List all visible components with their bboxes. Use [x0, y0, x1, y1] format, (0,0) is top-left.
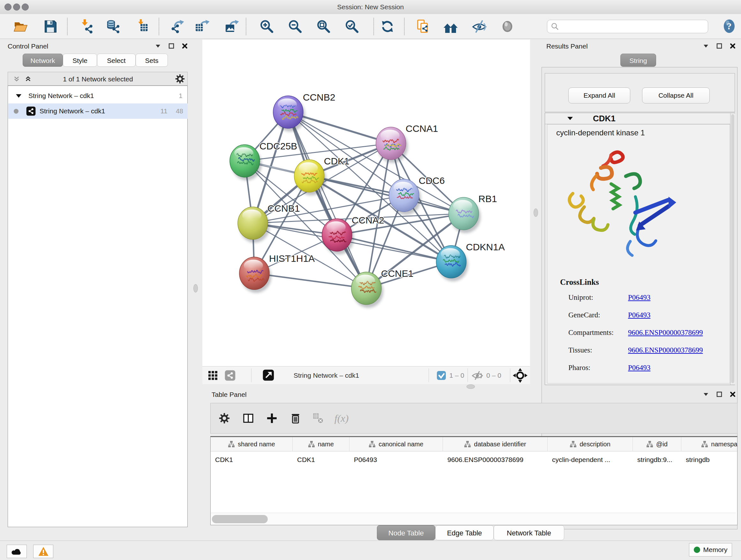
open-in-window-icon[interactable]	[263, 369, 274, 381]
network-collection-row[interactable]: String Network – cdk1 1	[8, 88, 188, 104]
crosslink-link[interactable]: P06493	[628, 364, 650, 372]
import-network-file-button[interactable]	[78, 18, 95, 35]
export-network-button[interactable]	[169, 18, 186, 35]
export-image-button[interactable]	[223, 18, 240, 35]
table-cell[interactable]: CDK1	[211, 451, 293, 468]
network-share-icon[interactable]	[225, 370, 235, 381]
memory-button[interactable]: Memory	[689, 543, 732, 557]
results-panel-header-icons	[703, 43, 736, 49]
toolbar-separator	[158, 18, 159, 35]
crosslink-link[interactable]: 9606.ENSP00000378699	[628, 346, 703, 354]
column-header-description[interactable]: description	[548, 437, 633, 451]
search-box	[547, 20, 708, 33]
show-columns-icon[interactable]	[243, 413, 254, 424]
save-session-button[interactable]	[42, 18, 59, 35]
network-canvas[interactable]: CCNB2CCNA1CDC25BCDK1CDC6RB1CCNB1CCNA2CDK…	[202, 40, 530, 366]
table-row[interactable]: CDK1CDK1P064939606.ENSP00000378699cyclin…	[211, 451, 737, 468]
disclosure-triangle-icon[interactable]	[16, 94, 21, 98]
section-disclosure-icon[interactable]	[567, 117, 573, 120]
results-scrollbar-thumb[interactable]	[731, 114, 734, 383]
column-header-namespace[interactable]: namespace	[681, 437, 738, 451]
table-cell[interactable]: 9606.ENSP00000378699	[443, 451, 548, 468]
panel-close-icon[interactable]	[730, 43, 736, 49]
crosslink-link[interactable]: 9606.ENSP00000378699	[628, 328, 703, 337]
gear-icon[interactable]	[175, 74, 185, 84]
network-row-selected[interactable]: String Network – cdk1 11 48	[8, 104, 188, 119]
hide-selected-button[interactable]	[471, 18, 488, 35]
refresh-button[interactable]	[379, 18, 396, 35]
protein-section-header[interactable]: CDK1	[545, 113, 735, 124]
table-gear-icon[interactable]	[219, 413, 230, 424]
tab-select[interactable]: Select	[97, 54, 136, 67]
table-cell[interactable]: stringdb:9...	[633, 451, 681, 468]
results-scrollbar-track[interactable]	[730, 113, 735, 385]
birdseye-grid-icon[interactable]	[207, 370, 218, 381]
table-cell[interactable]: CDK1	[293, 451, 349, 468]
cloud-button[interactable]	[7, 545, 27, 558]
column-header-@id[interactable]: @id	[633, 437, 681, 451]
fit-content-button[interactable]	[315, 18, 332, 35]
table-cell[interactable]: cyclin-dependent ...	[548, 451, 633, 468]
tab-network-table[interactable]: Network Table	[494, 525, 564, 540]
clone-network-button[interactable]	[415, 18, 432, 35]
table-cell[interactable]: P06493	[349, 451, 443, 468]
toolbar-separator	[404, 18, 405, 35]
tab-network[interactable]: Network	[23, 54, 63, 67]
node-label-CDKN1A: CDKN1A	[466, 242, 505, 252]
panel-menu-icon[interactable]	[703, 43, 709, 49]
import-network-database-button[interactable]	[105, 18, 122, 35]
splitter-handle-bottom[interactable]	[467, 384, 475, 389]
import-table-file-button[interactable]	[135, 18, 151, 35]
fit-selection-crosshair-icon[interactable]	[513, 368, 528, 383]
open-session-button[interactable]	[12, 18, 29, 35]
collapse-all-button[interactable]: Collapse All	[642, 87, 710, 104]
show-hidden-button[interactable]	[499, 18, 516, 35]
expand-all-button[interactable]: Expand All	[568, 87, 630, 104]
selected-counts: 1 – 0	[449, 367, 464, 384]
crosslink-link[interactable]: P06493	[628, 311, 650, 319]
warning-icon	[38, 546, 49, 557]
export-table-button[interactable]	[194, 18, 211, 35]
tab-style[interactable]: Style	[63, 54, 97, 67]
collection-label: String Network – cdk1	[28, 92, 94, 100]
panel-close-icon[interactable]	[182, 43, 188, 49]
column-header-database-identifier[interactable]: database identifier	[443, 437, 548, 451]
warnings-button[interactable]	[33, 545, 53, 558]
show-all-networks-button[interactable]	[442, 18, 459, 35]
zoom-selected-icon	[345, 19, 359, 34]
table-hscrollbar-thumb[interactable]	[212, 515, 268, 523]
zoom-out-button[interactable]	[287, 18, 304, 35]
column-header-canonical-name[interactable]: canonical name	[349, 437, 443, 451]
table-cell[interactable]: stringdb	[681, 451, 738, 468]
selected-checkbox-icon[interactable]	[436, 371, 446, 380]
column-header-shared-name[interactable]: shared name	[211, 437, 293, 451]
results-button-bar: Expand All Collapse All	[545, 73, 735, 112]
panel-close-icon[interactable]	[730, 391, 736, 397]
eye-slash-icon	[472, 19, 487, 34]
tab-string[interactable]: String	[620, 54, 656, 67]
zoom-in-button[interactable]	[259, 18, 275, 35]
tab-edge-table[interactable]: Edge Table	[435, 525, 494, 540]
column-header-name[interactable]: name	[293, 437, 349, 451]
zoom-selected-button[interactable]	[344, 18, 360, 35]
panel-float-icon[interactable]	[716, 43, 723, 49]
hidden-eye-icon[interactable]	[472, 370, 483, 381]
table-hscrollbar-track[interactable]	[211, 513, 736, 525]
panel-menu-icon[interactable]	[155, 43, 161, 49]
fit-content-icon	[316, 19, 331, 34]
control-panel: Control Panel NetworkStyleSelectSets 1 o…	[5, 40, 189, 530]
tab-node-table[interactable]: Node Table	[377, 525, 435, 540]
tab-sets[interactable]: Sets	[136, 54, 168, 67]
protein-section: CDK1 cyclin-dependent kinase 1	[545, 113, 735, 385]
crosslink-link[interactable]: P06493	[628, 294, 650, 302]
panel-float-icon[interactable]	[716, 391, 723, 397]
splitter-handle-left[interactable]	[193, 284, 198, 293]
panel-float-icon[interactable]	[168, 43, 175, 49]
search-input[interactable]	[559, 23, 708, 30]
crosslink-row: Tissues:9606.ENSP00000378699	[568, 341, 728, 359]
panel-menu-icon[interactable]	[703, 391, 709, 397]
help-button[interactable]: ?	[722, 18, 737, 35]
delete-column-icon[interactable]	[290, 413, 301, 424]
add-column-icon[interactable]	[266, 413, 278, 424]
splitter-handle-right[interactable]	[534, 208, 538, 217]
